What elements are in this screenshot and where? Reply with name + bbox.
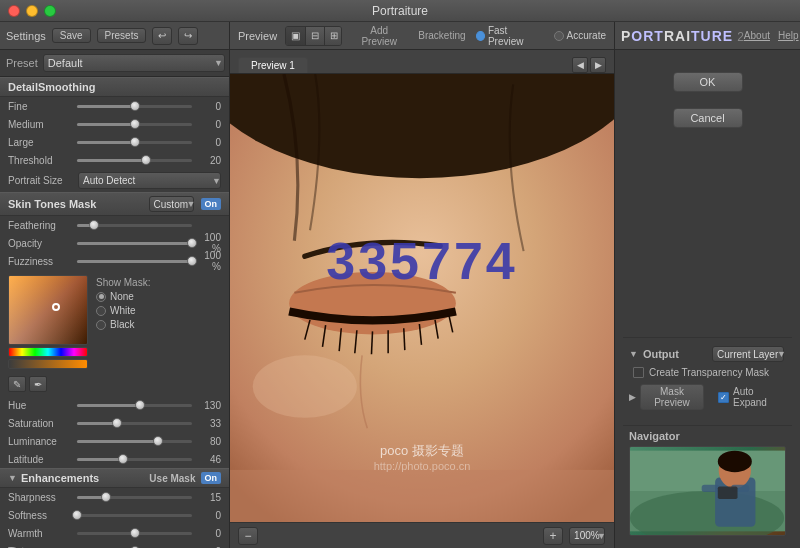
accurate-radio-dot xyxy=(554,31,564,41)
watermark-line2: http://photo.poco.cn xyxy=(374,460,471,472)
latitude-slider-track[interactable] xyxy=(77,458,192,461)
svg-rect-14 xyxy=(230,470,614,522)
navigator-image[interactable] xyxy=(629,446,786,536)
warmth-slider-track[interactable] xyxy=(77,532,192,535)
color-box-wrapper xyxy=(8,275,88,369)
mask-preview-label: Mask Preview xyxy=(647,386,697,408)
dual-view-button[interactable]: ⊞ xyxy=(325,27,342,45)
zoom-in-button[interactable]: + xyxy=(543,527,563,545)
feathering-slider-track[interactable] xyxy=(77,224,192,227)
color-picker-box[interactable] xyxy=(8,275,88,345)
maximize-button[interactable] xyxy=(44,5,56,17)
portrait-size-select[interactable]: Auto Detect xyxy=(78,172,221,189)
hue-bar[interactable] xyxy=(8,347,88,357)
eyedropper-button-1[interactable]: ✎ xyxy=(8,376,26,392)
mask-preview-button[interactable]: Mask Preview xyxy=(640,384,704,410)
mask-black-label: Black xyxy=(110,319,134,330)
brand-text: PORTRAITURE xyxy=(621,28,733,44)
auto-expand-label: Auto Expand xyxy=(733,386,776,408)
fine-slider-track[interactable] xyxy=(77,105,192,108)
sharpness-label: Sharpness xyxy=(8,492,73,503)
auto-expand-row: ✓ Auto Expand xyxy=(708,385,786,409)
enhancements-right: Use Mask On xyxy=(149,472,221,484)
preset-select[interactable]: Default xyxy=(43,54,225,72)
mask-white-radio-dot xyxy=(96,306,106,316)
close-button[interactable] xyxy=(8,5,20,17)
opacity-slider-track[interactable] xyxy=(77,242,192,245)
bracketing-button[interactable]: Bracketing xyxy=(416,30,467,41)
softness-label: Softness xyxy=(8,510,73,521)
output-select[interactable]: Current Layer xyxy=(712,346,784,362)
mask-none-radio[interactable]: None xyxy=(96,291,150,302)
skin-custom-select[interactable]: Custom xyxy=(149,196,194,212)
preview-label: Preview xyxy=(238,30,277,42)
fine-slider-row: Fine 0 xyxy=(0,97,229,115)
fuzziness-slider-track[interactable] xyxy=(77,260,192,263)
navigator-section: Navigator xyxy=(623,425,792,540)
add-preview-button[interactable]: Add Preview xyxy=(350,25,408,47)
preview-tab-1[interactable]: Preview 1 xyxy=(238,57,308,73)
presets-button[interactable]: Presets xyxy=(97,28,147,43)
minimize-button[interactable] xyxy=(26,5,38,17)
split-view-button[interactable]: ⊟ xyxy=(306,27,325,45)
about-link[interactable]: About xyxy=(744,30,770,41)
single-view-button[interactable]: ▣ xyxy=(286,27,306,45)
fine-label: Fine xyxy=(8,101,73,112)
mask-preview-arrow-icon[interactable]: ▶ xyxy=(629,392,636,402)
help-link[interactable]: Help xyxy=(778,30,799,41)
left-scroll-area[interactable]: DetailSmoothing Fine 0 Medium 0 xyxy=(0,77,229,548)
main-container: Settings Save Presets ↩ ↪ Preset Default… xyxy=(0,22,800,548)
enhancements-collapse-icon[interactable]: ▼ xyxy=(8,473,17,483)
save-button[interactable]: Save xyxy=(52,28,91,43)
tint-slider-row: Tint 0 xyxy=(0,542,229,548)
enhancements-on-badge[interactable]: On xyxy=(201,472,222,484)
zoom-select[interactable]: 100% 50% 200% xyxy=(569,527,605,545)
window-controls xyxy=(8,5,56,17)
threshold-slider-track[interactable] xyxy=(77,159,192,162)
create-transparency-row: Create Transparency Mask xyxy=(623,364,792,381)
sharpness-slider-track[interactable] xyxy=(77,496,192,499)
mask-black-radio[interactable]: Black xyxy=(96,319,150,330)
undo-button[interactable]: ↩ xyxy=(152,27,172,45)
left-panel: Settings Save Presets ↩ ↪ Preset Default… xyxy=(0,22,230,548)
large-slider-track[interactable] xyxy=(77,141,192,144)
skin-tones-controls: Custom ▼ On xyxy=(149,196,221,212)
large-label: Large xyxy=(8,137,73,148)
svg-rect-21 xyxy=(702,485,720,492)
mask-white-radio[interactable]: White xyxy=(96,305,150,316)
alpha-bar[interactable] xyxy=(8,359,88,369)
redo-button[interactable]: ↪ xyxy=(178,27,198,45)
skin-on-badge[interactable]: On xyxy=(201,198,222,210)
skin-tones-label: Skin Tones Mask xyxy=(8,198,96,210)
softness-slider-track[interactable] xyxy=(77,514,192,517)
fuzziness-slider-row: Fuzziness 100 % xyxy=(0,252,229,270)
saturation-label: Saturation xyxy=(8,418,73,429)
zoom-out-button[interactable]: − xyxy=(238,527,258,545)
medium-slider-track[interactable] xyxy=(77,123,192,126)
tab-prev-button[interactable]: ◀ xyxy=(572,57,588,73)
cancel-button[interactable]: Cancel xyxy=(673,108,743,128)
preset-label: Preset xyxy=(6,57,38,69)
fast-preview-radio[interactable]: Fast Preview xyxy=(476,25,542,47)
luminance-slider-track[interactable] xyxy=(77,440,192,443)
auto-expand-checkbox[interactable]: ✓ xyxy=(718,392,729,403)
svg-line-7 xyxy=(371,331,372,354)
use-mask-label: Use Mask xyxy=(149,473,195,484)
eyedropper-button-2[interactable]: ✒ xyxy=(29,376,47,392)
warmth-value: 0 xyxy=(196,528,221,539)
portrait-size-row: Portrait Size Auto Detect ▼ xyxy=(0,169,229,192)
hue-slider-track[interactable] xyxy=(77,404,192,407)
svg-rect-23 xyxy=(718,487,738,500)
ok-button[interactable]: OK xyxy=(673,72,743,92)
hue-slider-row: Hue 130 xyxy=(0,396,229,414)
fuzziness-value: 100 % xyxy=(196,250,221,272)
opacity-slider-row: Opacity 100 % xyxy=(0,234,229,252)
fast-preview-radio-dot xyxy=(476,31,485,41)
luminance-value: 80 xyxy=(196,436,221,447)
luminance-slider-row: Luminance 80 xyxy=(0,432,229,450)
right-panel: PORTRAITURE 2 About Help OK Cancel ▼ Out… xyxy=(615,22,800,548)
tab-next-button[interactable]: ▶ xyxy=(590,57,606,73)
create-transparency-checkbox[interactable] xyxy=(633,367,644,378)
saturation-slider-track[interactable] xyxy=(77,422,192,425)
accurate-radio[interactable]: Accurate xyxy=(554,30,606,41)
